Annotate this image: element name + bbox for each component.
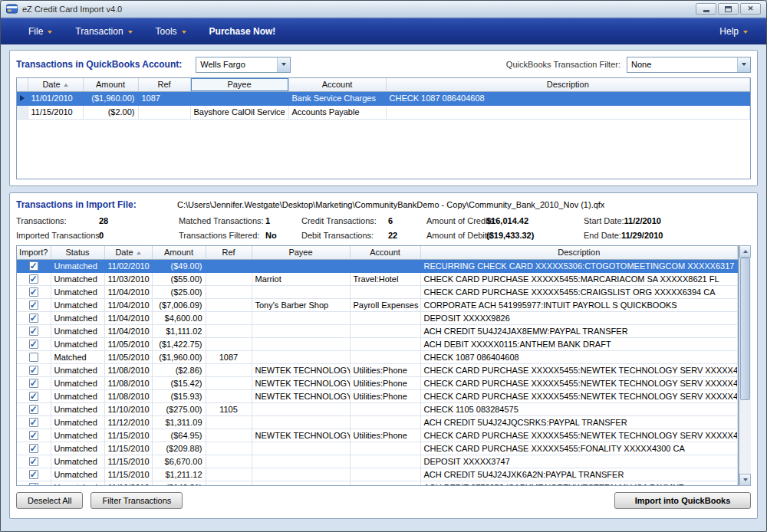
cell-payee[interactable] — [252, 402, 350, 415]
cell-payee[interactable] — [252, 481, 350, 486]
import-checkbox[interactable] — [29, 418, 38, 427]
import-transaction-row[interactable]: Unmatched 11/12/2010 $1,311.09 ACH CREDI… — [17, 415, 738, 429]
cell-account[interactable] — [350, 324, 420, 337]
vertical-scrollbar[interactable] — [739, 245, 751, 486]
import-checkbox[interactable] — [29, 405, 38, 414]
import-transaction-row[interactable]: Unmatched 11/04/2010 $1,111.02 ACH CREDI… — [17, 324, 738, 337]
import-transaction-row[interactable]: Unmatched 11/15/2010 ($209.88) CHECK CAR… — [17, 442, 738, 455]
import-checkbox[interactable] — [29, 353, 38, 362]
quickbooks-filter-dropdown[interactable]: None — [627, 57, 751, 73]
column-header-amount[interactable]: Amount — [83, 78, 138, 91]
cell-account[interactable] — [350, 337, 420, 350]
cell-account[interactable] — [350, 350, 420, 363]
cell-account[interactable] — [350, 311, 420, 324]
menu-help[interactable]: Help — [719, 26, 748, 37]
import-transaction-row[interactable]: Unmatched 11/05/2010 ($1,422.75) ACH DEB… — [17, 337, 738, 350]
cell-account[interactable]: Utilities:Phone — [350, 389, 420, 402]
import-transaction-row[interactable]: Unmatched 11/15/2010 $6,670.00 DEPOSIT X… — [17, 455, 738, 468]
cell-account[interactable] — [350, 415, 420, 429]
cell-account[interactable] — [350, 442, 420, 455]
import-transaction-row[interactable]: Matched 11/05/2010 ($1,960.00) 1087 CHEC… — [17, 350, 738, 363]
import-transaction-row[interactable]: Unmatched 11/02/2010 ($49.00) RECURRING … — [17, 259, 738, 272]
import-checkbox[interactable] — [29, 261, 38, 271]
cell-account[interactable]: Utilities:Phone — [350, 363, 420, 376]
import-checkbox[interactable] — [29, 470, 38, 479]
cell-payee[interactable] — [252, 468, 350, 481]
import-transaction-row[interactable]: Unmatched 11/04/2010 ($25.00) CHECK CARD… — [17, 285, 738, 298]
import-checkbox[interactable] — [29, 287, 38, 297]
import-checkbox[interactable] — [29, 457, 38, 466]
import-transaction-row[interactable]: Unmatched 11/15/2010 $1,211.12 ACH CREDI… — [17, 468, 738, 481]
menu-tools[interactable]: Tools — [156, 26, 186, 37]
cell-payee[interactable]: Tony's Barber Shop — [252, 298, 350, 311]
import-checkbox[interactable] — [29, 379, 38, 388]
cell-payee[interactable] — [252, 337, 350, 350]
import-into-quickbooks-button[interactable]: Import into QuickBooks — [614, 492, 751, 509]
qb-transaction-row[interactable]: 11/01/2010 ($1,960.00) 1087 Bank Service… — [17, 91, 750, 105]
column-header-payee[interactable]: Payee — [190, 78, 288, 91]
column-header-ref[interactable]: Ref — [206, 246, 252, 259]
dropdown-button[interactable] — [277, 57, 290, 72]
column-header-ref[interactable]: Ref — [138, 78, 190, 91]
column-header-payee[interactable]: Payee — [252, 246, 350, 259]
column-header-description[interactable]: Description — [386, 78, 750, 91]
cell-payee[interactable] — [252, 259, 350, 272]
qb-transaction-row[interactable]: 11/15/2010 ($2.00) Bayshore CalOil Servi… — [17, 105, 750, 119]
cell-payee[interactable] — [252, 415, 350, 429]
cell-account[interactable] — [350, 402, 420, 415]
cell-payee[interactable]: Marriot — [252, 272, 350, 285]
column-header-description[interactable]: Description — [420, 246, 738, 259]
import-transaction-row[interactable]: Unmatched 11/08/2010 ($15.42) NEWTEK TEC… — [17, 376, 738, 389]
close-button[interactable]: ✕ — [740, 3, 761, 15]
column-header-date[interactable]: Date — [104, 246, 152, 259]
import-transaction-row[interactable]: Unmatched 11/08/2010 ($15.93) NEWTEK TEC… — [17, 389, 738, 402]
column-header-status[interactable]: Status — [51, 246, 104, 259]
import-checkbox[interactable] — [29, 483, 38, 486]
scrollbar-track[interactable] — [739, 258, 751, 474]
filter-transactions-button[interactable]: Filter Transactions — [91, 492, 183, 509]
row-selector-cell[interactable] — [17, 91, 28, 105]
dropdown-button[interactable] — [737, 57, 750, 72]
import-transaction-row[interactable]: Unmatched 11/16/2010 ($149.21) ACH DEBIT… — [17, 481, 738, 486]
column-header-amount[interactable]: Amount — [152, 246, 206, 259]
import-checkbox[interactable] — [29, 444, 38, 453]
import-transaction-row[interactable]: Unmatched 11/04/2010 $4,600.00 DEPOSIT X… — [17, 311, 738, 324]
cell-account[interactable]: Payroll Expenses — [350, 298, 420, 311]
column-header-account[interactable]: Account — [350, 246, 420, 259]
import-checkbox[interactable] — [29, 392, 38, 401]
scroll-up-button[interactable] — [739, 245, 751, 258]
titlebar[interactable]: eZ Credit Card Import v4.0 ✕ — [1, 1, 766, 18]
import-transaction-row[interactable]: Unmatched 11/15/2010 ($64.95) NEWTEK TEC… — [17, 429, 738, 442]
import-checkbox[interactable] — [29, 274, 38, 284]
minimize-button[interactable] — [696, 3, 716, 15]
quickbooks-account-dropdown[interactable]: Wells Fargo — [196, 57, 291, 73]
import-checkbox[interactable] — [29, 314, 38, 323]
import-checkbox[interactable] — [29, 366, 38, 375]
import-checkbox[interactable] — [29, 431, 38, 440]
menu-transaction[interactable]: Transaction — [75, 26, 132, 37]
cell-payee[interactable]: NEWTEK TECHNOLOGY SE... — [252, 389, 350, 402]
cell-account[interactable] — [350, 455, 420, 468]
import-transaction-row[interactable]: Unmatched 11/03/2010 ($55.00) Marriot Tr… — [17, 272, 738, 285]
menu-file[interactable]: File — [28, 26, 52, 37]
cell-account[interactable]: Utilities:Phone — [350, 429, 420, 442]
cell-payee[interactable] — [252, 442, 350, 455]
import-checkbox[interactable] — [29, 327, 38, 336]
cell-payee[interactable] — [252, 285, 350, 298]
import-checkbox[interactable] — [29, 300, 38, 310]
cell-payee[interactable]: NEWTEK TECHNOLOGY SE... — [252, 429, 350, 442]
scroll-down-button[interactable] — [739, 474, 751, 486]
cell-account[interactable]: Travel:Hotel — [350, 272, 420, 285]
cell-payee[interactable] — [252, 324, 350, 337]
cell-payee[interactable]: NEWTEK TECHNOLOGY SE... — [252, 376, 350, 389]
cell-account[interactable] — [350, 259, 420, 272]
row-selector-cell[interactable] — [17, 105, 28, 119]
cell-account[interactable] — [350, 468, 420, 481]
import-transaction-row[interactable]: Unmatched 11/04/2010 ($7,006.09) Tony's … — [17, 298, 738, 311]
import-transaction-row[interactable]: Unmatched 11/08/2010 ($2.86) NEWTEK TECH… — [17, 363, 738, 376]
maximize-button[interactable] — [718, 3, 739, 15]
cell-payee[interactable] — [252, 455, 350, 468]
cell-account[interactable]: Utilities:Phone — [350, 376, 420, 389]
column-header-account[interactable]: Account — [288, 78, 386, 91]
cell-account[interactable] — [350, 481, 420, 486]
